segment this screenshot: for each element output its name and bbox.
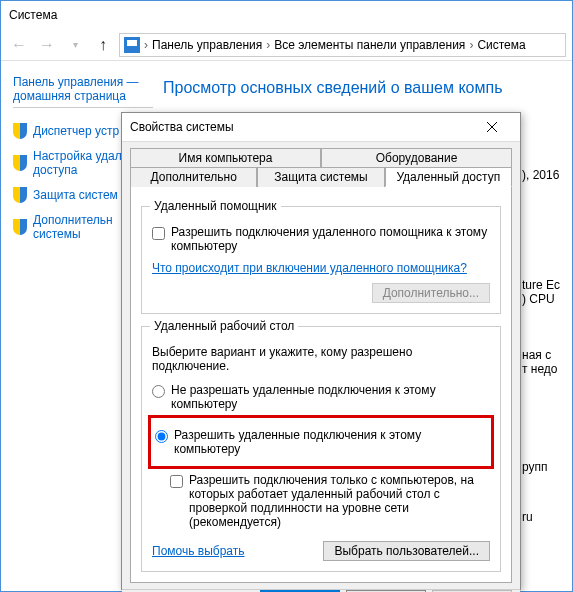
sidebar-item-label: Защита систем [33,188,118,202]
shield-icon [13,155,27,171]
checkbox-input[interactable] [170,475,183,488]
page-title: Просмотр основных сведений о вашем компь [163,75,560,97]
control-panel-icon [124,37,140,53]
group-legend: Удаленный помощник [150,199,281,213]
allow-remote-connections-radio[interactable]: Разрешить удаленные подключения к этому … [155,428,487,456]
nla-checkbox[interactable]: Разрешить подключения только с компьютер… [170,473,490,529]
dropdown-history[interactable]: ▾ [63,33,87,57]
tab-advanced[interactable]: Дополнительно [130,167,257,187]
select-users-button[interactable]: Выбрать пользователей... [323,541,490,561]
close-button[interactable] [472,113,512,141]
shield-icon [13,123,27,139]
tab-hardware[interactable]: Оборудование [321,148,512,167]
radio-input[interactable] [155,430,168,443]
forward-button: → [35,33,59,57]
nav-toolbar: ← → ▾ ↑ › Панель управления › Все элемен… [1,29,572,61]
disallow-remote-connections-radio[interactable]: Не разрешать удаленные подключения к это… [152,383,490,411]
remote-desktop-intro: Выберите вариант и укажите, кому разреше… [152,345,490,373]
right-text-fragment: ная с [522,348,551,362]
sidebar-item-label: Настройка удал доступа [33,149,122,177]
remote-assistance-advanced-button[interactable]: Дополнительно... [372,283,490,303]
chevron-right-icon: › [467,38,475,52]
right-text-fragment: ture Ec [522,278,560,292]
radio-label: Разрешить удаленные подключения к этому … [174,428,487,456]
dialog-titlebar: Свойства системы [122,113,520,142]
group-legend: Удаленный рабочий стол [150,319,298,333]
checkbox-label: Разрешить подключения удаленного помощни… [171,225,490,253]
right-text-fragment: рупп [522,460,548,474]
breadcrumb[interactable]: › Панель управления › Все элементы панел… [119,33,566,57]
right-text-fragment: т недо [522,362,558,376]
chevron-right-icon: › [264,38,272,52]
radio-label: Не разрешать удаленные подключения к это… [171,383,490,411]
right-text-fragment: ) CPU [522,292,555,306]
remote-assistance-help-link[interactable]: Что происходит при включении удаленного … [152,261,467,275]
highlight-annotation: Разрешить удаленные подключения к этому … [148,415,494,469]
breadcrumb-item[interactable]: Все элементы панели управления [274,38,465,52]
tab-system-protection[interactable]: Защита системы [257,167,384,187]
sidebar-item-label: Дополнительн системы [33,213,113,241]
sidebar-item-label: Диспетчер устр [33,124,119,138]
right-text-fragment: ), 2016 [522,168,559,182]
shield-icon [13,219,27,235]
dialog-title: Свойства системы [130,120,472,134]
tab-computer-name[interactable]: Имя компьютера [130,148,321,167]
up-button[interactable]: ↑ [91,33,115,57]
window-title: Система [1,1,572,29]
breadcrumb-item[interactable]: Система [477,38,525,52]
radio-input[interactable] [152,385,165,398]
tab-panel-remote: Удаленный помощник Разрешить подключения… [130,186,512,583]
remote-assistance-group: Удаленный помощник Разрешить подключения… [141,206,501,314]
chevron-right-icon: › [142,38,150,52]
right-text-fragment: ru [522,510,533,524]
shield-icon [13,187,27,203]
remote-desktop-group: Удаленный рабочий стол Выберите вариант … [141,326,501,572]
system-properties-dialog: Свойства системы Имя компьютера Оборудов… [121,112,521,590]
control-panel-home-link[interactable]: Панель управления — домашняя страница [13,75,153,108]
breadcrumb-item[interactable]: Панель управления [152,38,262,52]
checkbox-label: Разрешить подключения только с компьютер… [189,473,490,529]
allow-remote-assistance-checkbox[interactable]: Разрешить подключения удаленного помощни… [152,225,490,253]
dialog-body: Имя компьютера Оборудование Дополнительн… [122,142,520,589]
checkbox-input[interactable] [152,227,165,240]
back-button[interactable]: ← [7,33,31,57]
help-choose-link[interactable]: Помочь выбрать [152,544,245,558]
tab-remote[interactable]: Удаленный доступ [385,167,512,187]
